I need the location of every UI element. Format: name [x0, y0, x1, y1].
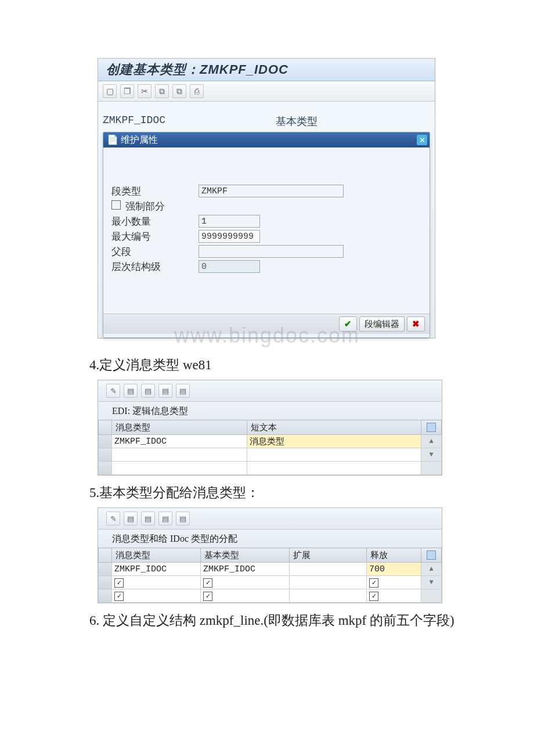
cell-basictype[interactable]: ✓: [201, 576, 290, 589]
x-red-icon: ✖: [412, 319, 420, 329]
level-label: 层次结构级: [111, 260, 199, 273]
table-row[interactable]: ▼: [99, 448, 442, 462]
col-basictype: 基本类型: [201, 548, 290, 563]
valuehelp-icon[interactable]: ✓: [369, 592, 378, 601]
cell-shorttext[interactable]: [247, 448, 421, 462]
cut-icon[interactable]: ✂: [138, 84, 151, 98]
sap-window-1: 创建基本类型： ZMKPF_IDOC ▢ ❐ ✂ ⧉ ⧉ ⎙ ZMKPF_IDO…: [98, 58, 435, 339]
cell-msgtype[interactable]: ✓: [112, 589, 201, 603]
settings-corner[interactable]: [421, 548, 442, 563]
paste2-icon[interactable]: ⧉: [172, 84, 186, 98]
sel-col-header: [99, 420, 112, 435]
title-code: ZMKPF_IDOC: [200, 62, 288, 77]
min-input[interactable]: 1: [199, 215, 260, 228]
level-input: 0: [199, 260, 260, 273]
cell-ext[interactable]: [290, 563, 367, 576]
cell-ext[interactable]: [290, 589, 367, 603]
segment-editor-label: 段编辑器: [365, 319, 399, 330]
toolbar-3: ✎ ▤ ▤ ▤ ▤: [98, 508, 442, 530]
mandatory-checkbox[interactable]: [111, 200, 121, 210]
cell-msgtype[interactable]: [112, 462, 247, 475]
object-code: ZMKPF_IDOC: [103, 114, 165, 128]
popup-title-text: 维护属性: [121, 135, 158, 145]
newrow-icon[interactable]: ▤: [124, 384, 138, 398]
col-msgtype: 消息类型: [112, 548, 201, 563]
selectall-icon[interactable]: ▤: [176, 512, 190, 525]
step6-text: 6. 定义自定义结构 zmkpf_line.(即数据库表 mkpf 的前五个字段…: [89, 611, 534, 629]
window-title: 创建基本类型： ZMKPF_IDOC: [98, 59, 435, 81]
newrow-icon[interactable]: ▤: [124, 512, 138, 525]
step5-text: 5.基本类型分配给消息类型：: [89, 484, 534, 502]
cell-shorttext[interactable]: [247, 462, 421, 475]
cell-basictype[interactable]: ✓: [201, 589, 290, 603]
cell-msgtype[interactable]: ZMKPF_IDOC: [112, 435, 247, 448]
delrow-icon[interactable]: ▤: [158, 512, 172, 525]
table-row[interactable]: ZMKPF_IDOC 消息类型 ▲: [99, 435, 442, 448]
table2: 消息类型 短文本 ZMKPF_IDOC 消息类型 ▲ ▼: [98, 420, 442, 475]
cell-msgtype[interactable]: ✓: [112, 576, 201, 589]
cell-ext[interactable]: [290, 576, 367, 589]
title-prefix: 创建基本类型：: [106, 61, 200, 78]
ok-button[interactable]: ✔: [339, 316, 357, 332]
delrow-icon[interactable]: ▤: [158, 384, 172, 398]
scroll-track[interactable]: [421, 462, 442, 475]
copyrow-icon[interactable]: ▤: [141, 512, 155, 525]
cell-msgtype[interactable]: ZMKPF_IDOC: [112, 563, 201, 576]
new-icon[interactable]: ▢: [103, 84, 117, 98]
grid-settings-icon: [427, 423, 436, 432]
mandatory-label-text: 强制部分: [125, 201, 165, 212]
popup-footer: ✔ 段编辑器 ✖: [103, 314, 430, 334]
mandatory-label: 强制部分: [111, 200, 199, 213]
valuehelp-icon[interactable]: ✓: [203, 592, 212, 601]
cancel-button[interactable]: ✖: [407, 316, 425, 332]
paste1-icon[interactable]: ⧉: [155, 84, 169, 98]
table3: 消息类型 基本类型 扩展 释放 ZMKPF_IDOC ZMKPF_IDOC 70…: [98, 548, 442, 603]
print-icon[interactable]: ⎙: [190, 84, 204, 98]
table-row[interactable]: [99, 462, 442, 475]
valuehelp-icon[interactable]: ✓: [203, 578, 212, 588]
scroll-down-icon[interactable]: ▼: [421, 576, 442, 589]
col-shorttext: 短文本: [247, 420, 421, 435]
selectall-icon[interactable]: ▤: [176, 384, 190, 398]
scroll-track[interactable]: [421, 589, 442, 603]
copyrow-icon[interactable]: ▤: [141, 384, 155, 398]
cell-basictype[interactable]: ZMKPF_IDOC: [201, 563, 290, 576]
valuehelp-icon[interactable]: ✓: [114, 592, 124, 601]
pencil-icon[interactable]: ✎: [106, 512, 120, 525]
grid-settings-icon: [427, 550, 436, 560]
min-label: 最小数量: [111, 215, 199, 228]
max-label: 最大编号: [111, 230, 199, 243]
main-toolbar: ▢ ❐ ✂ ⧉ ⧉ ⎙: [98, 81, 435, 102]
max-input[interactable]: 9999999999: [199, 230, 260, 243]
pencil-icon[interactable]: ✎: [106, 384, 120, 398]
table-row[interactable]: ZMKPF_IDOC ZMKPF_IDOC 700 ▲: [99, 563, 442, 576]
sap-window-2: ✎ ▤ ▤ ▤ ▤ EDI: 逻辑信息类型 消息类型 短文本 ZMKPF_IDO…: [98, 380, 442, 476]
col-release: 释放: [367, 548, 421, 563]
sel-col-header: [99, 548, 112, 563]
segment-editor-button[interactable]: 段编辑器: [359, 316, 405, 332]
col-ext: 扩展: [290, 548, 367, 563]
cell-release[interactable]: 700: [367, 563, 421, 576]
table-row[interactable]: ✓ ✓ ✓ ▼: [99, 576, 442, 589]
valuehelp-icon[interactable]: ✓: [114, 578, 124, 588]
step4-text: 4.定义消息类型 we81: [89, 356, 534, 374]
valuehelp-icon[interactable]: ✓: [369, 578, 378, 588]
close-icon[interactable]: ✕: [417, 135, 427, 145]
check-green-icon: ✔: [344, 319, 352, 329]
seg-type-input[interactable]: ZMKPF: [199, 185, 344, 197]
scroll-down-icon[interactable]: ▼: [421, 448, 442, 462]
table-row[interactable]: ✓ ✓ ✓: [99, 589, 442, 603]
toolbar-2: ✎ ▤ ▤ ▤ ▤: [98, 380, 442, 402]
object-kind: 基本类型: [276, 114, 317, 128]
cell-shorttext[interactable]: 消息类型: [247, 435, 421, 448]
cell-release[interactable]: ✓: [367, 589, 421, 603]
cell-msgtype[interactable]: [112, 448, 247, 462]
popup-title: 📄 维护属性: [107, 134, 158, 146]
scroll-up-icon[interactable]: ▲: [421, 563, 442, 576]
cell-release[interactable]: ✓: [367, 576, 421, 589]
parent-input[interactable]: [199, 245, 344, 258]
settings-corner[interactable]: [421, 420, 442, 435]
scroll-up-icon[interactable]: ▲: [421, 435, 442, 448]
copy-icon[interactable]: ❐: [120, 84, 134, 98]
parent-label: 父段: [111, 245, 199, 258]
